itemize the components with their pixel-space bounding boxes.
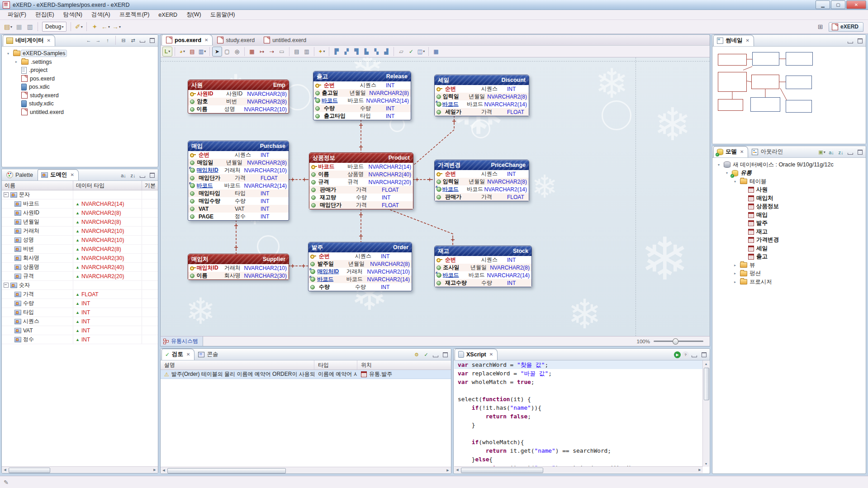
tab-navigator[interactable]: 네비게이터 ✕	[3, 35, 55, 46]
er-column-매입처ID[interactable]: 매입처ID거래처NVARCHAR2(10)	[188, 264, 289, 272]
revalidate-icon[interactable]: ✓	[422, 351, 430, 359]
domain-item-거래처[interactable]: 거래처▲NVARCHAR2(10)	[2, 227, 158, 236]
menu-도움말(H)[interactable]: 도움말(H)	[206, 10, 239, 19]
maximize-view-icon[interactable]	[856, 37, 864, 45]
minimize-view-icon[interactable]	[846, 148, 854, 156]
expand-arrow-icon[interactable]: ▸	[734, 263, 738, 267]
close-icon[interactable]: ✕	[204, 38, 208, 43]
align-top-icon[interactable]: ▙	[361, 47, 371, 57]
menu-파일(F)[interactable]: 파일(F)	[4, 10, 30, 19]
expand-arrow-icon[interactable]: ▾	[734, 180, 738, 184]
run-script-icon[interactable]: ▶	[674, 351, 681, 358]
domain-item-년월일[interactable]: 년월일▲NVARCHAR2(8)	[2, 218, 158, 227]
expand-arrow-icon[interactable]: ▸	[734, 280, 738, 284]
tab-outline[interactable]: 아웃라인	[748, 146, 787, 157]
er-column-출고일[interactable]: 출고일년월일NVARCHAR2(8)	[313, 89, 411, 97]
minimize-view-icon[interactable]	[690, 351, 698, 359]
scroll-left-arrow-icon[interactable]: ◀	[454, 467, 460, 473]
domain-item-가격[interactable]: 가격▲FLOAT	[2, 290, 158, 299]
model-item-매입처[interactable]: 매입처	[714, 194, 866, 203]
er-column-순번[interactable]: 순번시퀀스INT	[188, 151, 289, 159]
er-column-규격[interactable]: 규격규격NVARCHAR2(20)	[309, 178, 413, 186]
er-column-바코드[interactable]: 바코드바코드NVARCHAR2(14)	[435, 100, 529, 108]
xscript-vscrollbar[interactable]: ▲ ▼	[702, 360, 709, 467]
er-column-바코드[interactable]: 바코드바코드NVARCHAR2(14)	[435, 271, 531, 279]
menu-검색(A)[interactable]: 검색(A)	[87, 10, 114, 19]
close-icon[interactable]: ✕	[746, 38, 749, 43]
expand-arrow-icon[interactable]: ▾	[718, 163, 721, 167]
model-item-유통[interactable]: ▾유통	[714, 169, 866, 178]
er-column-바코드[interactable]: 바코드바코드NVARCHAR2(14)	[188, 182, 289, 190]
validate-icon[interactable]: ✓	[406, 47, 416, 57]
model-item-펑션[interactable]: ▸펑션	[714, 270, 866, 278]
code-line[interactable]: return it.get("name") == searchWord;	[454, 446, 703, 455]
scroll-left-arrow-icon[interactable]: ◀	[2, 467, 8, 473]
table-help-icon[interactable]: ▦	[431, 47, 441, 57]
code-line[interactable]: return false;	[454, 412, 703, 421]
domain-item-사원ID[interactable]: 사원ID▲NVARCHAR2(8)	[2, 208, 158, 218]
code-line[interactable]: var wholeMatch = true;	[454, 378, 703, 386]
menu-탐색(N)[interactable]: 탐색(N)	[59, 10, 86, 19]
model-item-뷰[interactable]: ▸뷰	[714, 261, 866, 270]
nav-item-.project[interactable]: .project	[4, 66, 158, 75]
er-column-사원ID[interactable]: 사원ID사원IDNVARCHAR2(8)	[188, 90, 289, 98]
scroll-right-arrow-icon[interactable]: ▶	[445, 467, 451, 474]
domain-group-문자[interactable]: 문자	[2, 190, 158, 199]
er-column-매입처ID[interactable]: 매입처ID거래처NVARCHAR2(10)	[188, 166, 289, 174]
menu-eXERD[interactable]: eXERD	[154, 11, 181, 19]
minimize-button[interactable]: ▁	[816, 0, 830, 9]
nav-item-eXERD-Samples[interactable]: ▾eXERD-Samples	[4, 49, 158, 58]
domain-item-규격[interactable]: 규격▲NVARCHAR2(20)	[2, 272, 158, 281]
xscript-code-editor[interactable]: var searchWord = "찾을 값";var replaceWord …	[454, 360, 703, 467]
page-setup-icon[interactable]: ▱	[396, 47, 406, 57]
er-column-재고수량[interactable]: 재고수량수량INT	[435, 279, 531, 287]
maximize-view-icon[interactable]	[148, 171, 156, 179]
er-table-Purchase[interactable]: 매입Purchase순번시퀀스INT매입일년월일NVARCHAR2(8)매입처I…	[188, 141, 289, 221]
er-column-매입일[interactable]: 매입일년월일NVARCHAR2(8)	[188, 159, 289, 166]
er-column-발주일[interactable]: 발주일년월일NVARCHAR2(8)	[308, 260, 412, 268]
non-identifying-relation-icon[interactable]: ⇢	[267, 47, 277, 57]
domain-item-VAT[interactable]: VAT▲INT	[2, 326, 158, 335]
tab-domain[interactable]: 도메인 ✕	[38, 169, 79, 180]
er-column-암호[interactable]: 암호비번NVARCHAR2(8)	[188, 98, 289, 105]
er-column-이름[interactable]: 이름상품명NVARCHAR2(40)	[309, 171, 413, 178]
perspective-button-exerd[interactable]: eXERD	[829, 22, 863, 32]
zoom-icon[interactable]: ◎	[232, 47, 242, 57]
magic-wand-icon[interactable]: ✦▾	[317, 47, 327, 57]
nav-item-pos.exerd[interactable]: pos.exerd	[4, 75, 158, 83]
expand-arrow-icon[interactable]: ▾	[726, 171, 730, 175]
er-column-입력일[interactable]: 입력일년월일NVARCHAR2(8)	[435, 93, 529, 100]
minimize-view-icon[interactable]	[138, 171, 147, 179]
layer-grid-icon[interactable]: L▾	[162, 47, 172, 57]
er-table-Emp[interactable]: 사원Emp사원ID사원IDNVARCHAR2(8)암호비번NVARCHAR2(8…	[188, 80, 289, 114]
zoom-slider[interactable]	[654, 341, 703, 342]
close-icon[interactable]: ✕	[47, 38, 51, 43]
er-column-출고타입[interactable]: 출고타입타입INT	[313, 112, 411, 120]
er-column-바코드[interactable]: 바코드바코드NVARCHAR2(14)	[435, 185, 529, 193]
collapse-box-icon[interactable]	[4, 192, 9, 197]
er-table-Supplier[interactable]: 매입처Supplier매입처ID거래처NVARCHAR2(10)이름회사명NVA…	[188, 254, 289, 280]
scroll-up-arrow-icon[interactable]: ▲	[703, 360, 709, 367]
er-column-바코드[interactable]: 바코드바코드NVARCHAR2(14)	[313, 97, 411, 104]
domain-item-상품명[interactable]: 상품명▲NVARCHAR2(40)	[2, 263, 158, 272]
tab-review[interactable]: ✓ 검토 ✕	[161, 349, 194, 360]
er-column-바코드[interactable]: 바코드바코드NVARCHAR2(14)	[309, 163, 413, 171]
code-line[interactable]: var searchWord = "찾을 값";	[454, 360, 703, 369]
tab-model[interactable]: 모델 ✕	[713, 146, 748, 157]
code-line[interactable]	[454, 429, 703, 438]
close-icon[interactable]: ✕	[489, 352, 493, 357]
sort-za-icon[interactable]: z↓	[837, 148, 845, 156]
er-column-매입단가[interactable]: 매입단가가격FLOAT	[188, 174, 289, 182]
model-item-세일[interactable]: 세일	[714, 244, 866, 253]
domain-col-name[interactable]: 이름	[2, 181, 73, 190]
sort-za-icon[interactable]: z↓	[129, 171, 137, 179]
notation-icon[interactable]: ▥▾	[197, 47, 207, 57]
debug-combo[interactable]: Debug▾	[42, 22, 66, 32]
domain-item-수량[interactable]: 수량▲INT	[2, 299, 158, 308]
editor-tab-study.exerd[interactable]: study.exerd	[213, 34, 259, 45]
link-editor-icon[interactable]: ⇄	[129, 37, 137, 44]
er-column-세일가[interactable]: 세일가가격FLOAT	[435, 108, 529, 116]
er-column-VAT[interactable]: VATVATINT	[188, 205, 289, 213]
code-line[interactable]	[454, 386, 703, 395]
er-table-Release[interactable]: 출고Release순번시퀀스INT출고일년월일NVARCHAR2(8)바코드바코…	[313, 71, 411, 120]
